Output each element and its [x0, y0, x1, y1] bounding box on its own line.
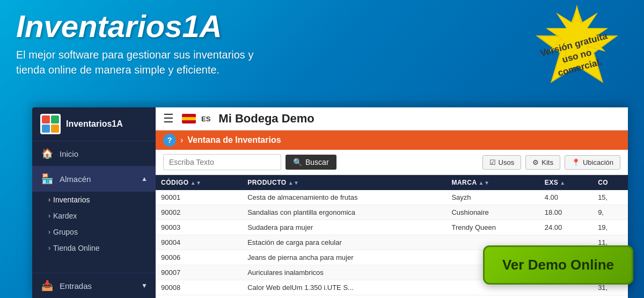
logo-piece-blue — [42, 125, 50, 133]
ubicacion-button[interactable]: 📍 Ubicación — [565, 155, 620, 170]
top-bar: ☰ ES Mi Bodega Demo — [156, 107, 628, 130]
table-row[interactable]: 90002 Sandalias con plantilla ergonomica… — [156, 205, 628, 220]
cell-producto: Sudadera para mujer — [242, 220, 446, 235]
cell-marca: Cushionaire — [446, 205, 539, 220]
table-row[interactable]: 90001 Cesta de almacenamiento de frutas … — [156, 190, 628, 205]
sidebar-item-entradas[interactable]: 📥 Entradas ▼ — [32, 273, 156, 298]
app-subtitle: El mejor software para gestionar sus inv… — [16, 47, 317, 77]
sidebar-item-inicio[interactable]: 🏠 Inicio — [32, 141, 156, 166]
search-input[interactable] — [163, 154, 281, 170]
cell-codigo: 90008 — [156, 280, 242, 295]
spain-flag-icon — [182, 114, 196, 123]
store-name: Mi Bodega Demo — [218, 112, 314, 126]
sidebar-item-grupos[interactable]: › Grupos — [32, 224, 156, 240]
sidebar-item-almacen[interactable]: 🏪 Almacén ▲ — [32, 166, 156, 192]
usos-icon: ☑ — [489, 158, 496, 166]
table-row[interactable]: 90003 Sudadera para mujer Trendy Queen 2… — [156, 220, 628, 235]
cell-codigo: 90003 — [156, 220, 242, 235]
col-header-codigo: CÓDIGO▲▼ — [156, 175, 242, 190]
hamburger-icon[interactable]: ☰ — [163, 112, 174, 126]
cell-co: 9, — [592, 205, 628, 220]
ubicacion-icon: 📍 — [572, 158, 580, 166]
sub-arrow-icon: › — [48, 244, 50, 252]
help-icon[interactable]: ? — [163, 134, 176, 147]
breadcrumb-arrow-icon: › — [180, 135, 183, 145]
search-button[interactable]: 🔍 Buscar — [286, 155, 336, 170]
cell-codigo: 90001 — [156, 190, 242, 205]
cell-exs: 4.00 — [539, 190, 592, 205]
cell-producto: Jeans de pierna ancha para mujer — [242, 250, 446, 265]
chevron-up-icon: ▲ — [141, 175, 148, 183]
kits-button[interactable]: ⚙ Kits — [525, 155, 560, 170]
chevron-down-icon: ▼ — [141, 282, 148, 289]
logo-piece-red — [42, 115, 50, 123]
cell-marca: Trendy Queen — [446, 220, 539, 235]
flag-red2-stripe — [182, 120, 196, 123]
sidebar-item-kardex[interactable]: › Kardex — [32, 208, 156, 224]
col-header-exs: EXS▲ — [539, 175, 592, 190]
sub-arrow-icon: › — [48, 228, 50, 236]
cell-producto: Estación de carga para celular — [242, 235, 446, 250]
sidebar-label-inicio: Inicio — [60, 149, 78, 158]
sub-arrow-icon: › — [48, 196, 50, 203]
logo-piece-green — [51, 115, 59, 123]
cell-co: 15, — [592, 190, 628, 205]
sidebar: Inventarios1A 🏠 Inicio 🏪 Almacén ▲ › Inv… — [32, 107, 156, 298]
toolbar: 🔍 Buscar ☑ Usos ⚙ Kits 📍 Ubicación — [156, 150, 628, 175]
col-header-producto: PRODUCTO▲▼ — [242, 175, 446, 190]
breadcrumb-bar: ? › Ventana de Inventarios — [156, 130, 628, 150]
sidebar-item-tienda[interactable]: › Tienda Online — [32, 240, 156, 256]
sidebar-label-almacen: Almacén — [60, 175, 91, 184]
promo-badge: Versión gratuita uso no comercial. — [526, 5, 628, 107]
demo-button[interactable]: Ver Demo Online — [483, 245, 633, 285]
entradas-icon: 📥 — [40, 279, 54, 293]
cell-producto: Cesta de almacenamiento de frutas — [242, 190, 446, 205]
cell-co: 19, — [592, 220, 628, 235]
usos-button[interactable]: ☑ Usos — [482, 155, 522, 170]
cell-producto: Sandalias con plantilla ergonomica — [242, 205, 446, 220]
cell-codigo: 90004 — [156, 235, 242, 250]
store-icon: 🏪 — [40, 172, 54, 186]
header-section: Inventarios1A El mejor software para ges… — [16, 11, 317, 77]
sub-arrow-icon: › — [48, 212, 50, 220]
sidebar-title: Inventarios1A — [66, 119, 123, 129]
cell-codigo: 90006 — [156, 250, 242, 265]
cell-producto: Auriculares inalambricos — [242, 265, 446, 280]
col-header-co: CO — [592, 175, 628, 190]
cell-codigo: 90007 — [156, 265, 242, 280]
app-title: Inventarios1A — [16, 11, 317, 42]
search-icon: 🔍 — [293, 158, 302, 166]
lang-label[interactable]: ES — [201, 115, 210, 123]
table-header-row: CÓDIGO▲▼ PRODUCTO▲▼ MARCA▲▼ EXS▲ CO — [156, 175, 628, 190]
cell-marca: Sayzh — [446, 190, 539, 205]
kits-icon: ⚙ — [532, 158, 539, 166]
logo-icon — [40, 114, 61, 134]
cell-exs: 18.00 — [539, 205, 592, 220]
home-icon: 🏠 — [40, 147, 54, 161]
cell-codigo: 90002 — [156, 205, 242, 220]
cell-producto: Calor Web delUm 1.350 i.UTE S... — [242, 280, 446, 295]
sidebar-item-inventarios[interactable]: › Inventarios — [32, 192, 156, 208]
sidebar-logo: Inventarios1A — [32, 107, 156, 141]
breadcrumb-text: Ventana de Inventarios — [187, 135, 281, 145]
sidebar-nav: 🏠 Inicio 🏪 Almacén ▲ › Inventarios › Kar… — [32, 141, 156, 273]
cell-exs: 24.00 — [539, 220, 592, 235]
col-header-marca: MARCA▲▼ — [446, 175, 539, 190]
logo-piece-yellow — [51, 125, 59, 133]
